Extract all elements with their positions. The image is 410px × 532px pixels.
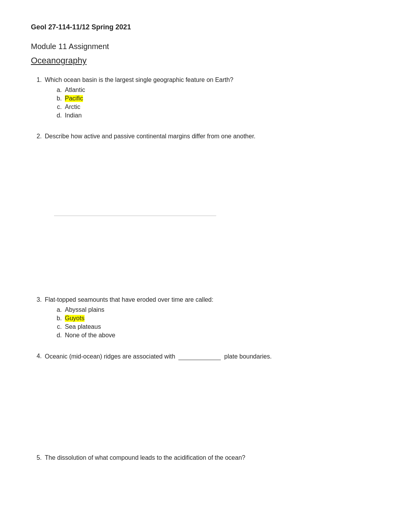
- q4-number: 4.: [31, 353, 42, 360]
- answer-letter: c.: [54, 104, 62, 110]
- q4-text-before: Oceanic (mid-ocean) ridges are associate…: [45, 353, 175, 360]
- module-title: Module 11 Assignment: [31, 42, 379, 51]
- answer-text-highlighted: Guyots: [65, 315, 85, 322]
- q4-answer-space: [31, 363, 379, 440]
- question-5: 5. The dissolution of what compound lead…: [31, 454, 379, 518]
- question-1: 1. Which ocean basin is the largest sing…: [31, 76, 379, 119]
- q2-extra-space: [31, 219, 379, 296]
- q1-text: Which ocean basin is the largest single …: [45, 76, 379, 83]
- question-2: 2. Describe how active and passive conti…: [31, 133, 379, 296]
- answer-item: c. Arctic: [54, 104, 379, 110]
- answer-letter: b.: [54, 95, 62, 102]
- answer-text-highlighted: Pacific: [65, 95, 83, 102]
- answer-text: Sea plateaus: [65, 323, 101, 330]
- answer-item: d. None of the above: [54, 332, 379, 339]
- answer-item: a. Abyssal plains: [54, 306, 379, 313]
- subject-title: Oceanography: [31, 56, 379, 66]
- answer-item: d. Indian: [54, 112, 379, 119]
- answer-letter: d.: [54, 112, 62, 119]
- answer-text: Atlantic: [65, 87, 85, 93]
- question-3: 3. Flat-topped seamounts that have erode…: [31, 296, 379, 339]
- q5-number: 5.: [31, 454, 42, 461]
- answer-item: a. Atlantic: [54, 87, 379, 93]
- questions-list: 1. Which ocean basin is the largest sing…: [31, 76, 379, 532]
- answer-letter: d.: [54, 332, 62, 339]
- q2-number: 2.: [31, 133, 42, 140]
- answer-text: None of the above: [65, 332, 115, 339]
- answer-text: Abyssal plains: [65, 306, 104, 313]
- q2-answer-space: [31, 143, 379, 212]
- answer-letter: a.: [54, 87, 62, 93]
- q4-blank: [178, 353, 221, 360]
- answer-item: b. Guyots: [54, 315, 379, 322]
- answer-item: b. Pacific: [54, 95, 379, 102]
- answer-item: c. Sea plateaus: [54, 323, 379, 330]
- q4-text-after: plate boundaries.: [224, 353, 272, 360]
- q1-number: 1.: [31, 76, 42, 83]
- q3-text: Flat-topped seamounts that have eroded o…: [45, 296, 379, 303]
- q3-answers: a. Abyssal plains b. Guyots c. Sea plate…: [54, 306, 379, 339]
- q4-text: Oceanic (mid-ocean) ridges are associate…: [45, 353, 379, 360]
- q5-text: The dissolution of what compound leads t…: [45, 454, 379, 461]
- question-4: 4. Oceanic (mid-ocean) ridges are associ…: [31, 353, 379, 440]
- q5-answer-space: [31, 464, 379, 518]
- answer-letter: a.: [54, 306, 62, 313]
- answer-text: Indian: [65, 112, 82, 119]
- answer-letter: b.: [54, 315, 62, 322]
- q1-answers: a. Atlantic b. Pacific c. Arctic d. Indi…: [54, 87, 379, 119]
- q2-divider: [54, 216, 216, 216]
- answer-text: Arctic: [65, 104, 80, 110]
- q3-number: 3.: [31, 296, 42, 303]
- q2-text: Describe how active and passive continen…: [45, 133, 379, 140]
- page-title: Geol 27-114-11/12 Spring 2021: [31, 23, 379, 31]
- answer-letter: c.: [54, 323, 62, 330]
